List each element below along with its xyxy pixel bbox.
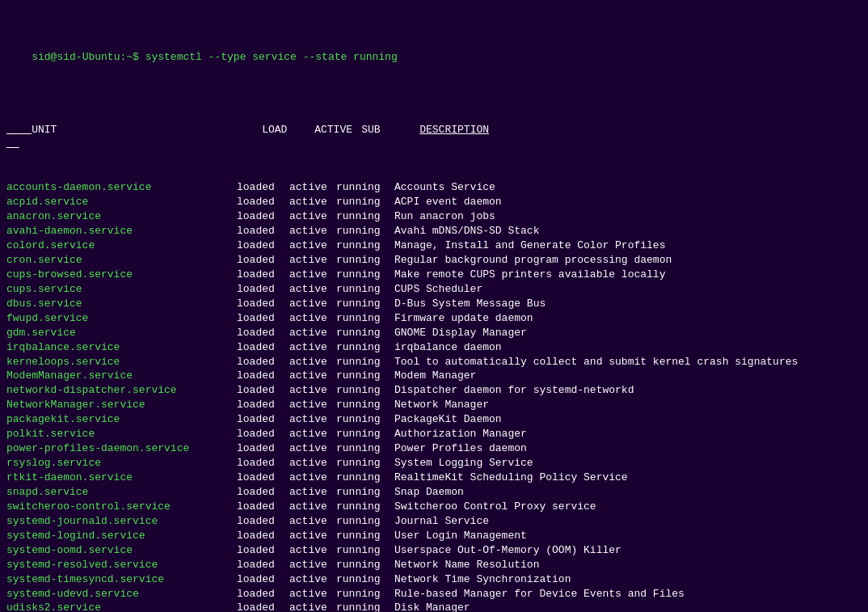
- service-load: loaded: [237, 297, 289, 311]
- service-row: systemd-timesyncd.serviceloadedactiverun…: [6, 572, 862, 587]
- service-active: active: [289, 471, 336, 485]
- service-sub: running: [336, 195, 394, 209]
- service-load: loaded: [237, 326, 289, 340]
- service-row: packagekit.serviceloadedactiverunningPac…: [6, 412, 862, 427]
- service-desc: irqbalance daemon: [394, 341, 502, 353]
- service-active: active: [289, 238, 336, 253]
- service-active: active: [289, 427, 336, 441]
- service-desc: ACPI event daemon: [394, 196, 502, 208]
- service-unit: cron.service: [6, 253, 237, 268]
- service-row: accounts-daemon.serviceloadedactiverunni…: [6, 180, 862, 195]
- service-load: loaded: [237, 355, 289, 369]
- service-sub: running: [336, 180, 394, 195]
- service-unit: kerneloops.service: [6, 355, 237, 369]
- service-load: loaded: [237, 238, 289, 253]
- service-sub: running: [336, 383, 394, 398]
- service-active: active: [289, 253, 336, 268]
- service-active: active: [289, 369, 336, 383]
- service-active: active: [289, 500, 336, 514]
- header-description: DESCRIPTION: [419, 124, 489, 136]
- service-row: dbus.serviceloadedactiverunningD-Bus Sys…: [6, 297, 862, 311]
- service-row: udisks2.serviceloadedactiverunningDisk M…: [6, 601, 862, 612]
- service-unit: NetworkManager.service: [6, 398, 237, 412]
- service-load: loaded: [237, 427, 289, 441]
- service-sub: running: [336, 558, 394, 572]
- service-sub: running: [336, 253, 394, 268]
- service-row: switcheroo-control.serviceloadedactiveru…: [6, 500, 862, 514]
- service-row: avahi-daemon.serviceloadedactiverunningA…: [6, 224, 862, 238]
- service-row: cron.serviceloadedactiverunningRegular b…: [6, 253, 862, 268]
- service-load: loaded: [237, 500, 289, 514]
- service-desc: Authorization Manager: [394, 428, 527, 440]
- service-row: power-profiles-daemon.serviceloadedactiv…: [6, 441, 862, 456]
- service-desc: Accounts Service: [394, 181, 495, 193]
- service-load: loaded: [237, 514, 289, 529]
- service-desc: Switcheroo Control Proxy service: [394, 500, 596, 513]
- service-sub: running: [336, 297, 394, 311]
- header-row: UNITLOADACTIVESUBDESCRIPTION: [6, 108, 862, 152]
- service-sub: running: [336, 587, 394, 601]
- service-sub: running: [336, 572, 394, 587]
- service-load: loaded: [237, 209, 289, 224]
- service-unit: systemd-journald.service: [6, 514, 237, 529]
- service-desc: Snap Daemon: [394, 486, 464, 498]
- service-sub: running: [336, 412, 394, 427]
- service-load: loaded: [237, 601, 289, 612]
- service-load: loaded: [237, 456, 289, 471]
- service-active: active: [289, 601, 336, 612]
- service-load: loaded: [237, 268, 289, 282]
- service-desc: User Login Management: [394, 530, 527, 542]
- service-sub: running: [336, 441, 394, 456]
- service-row: kerneloops.serviceloadedactiverunningToo…: [6, 355, 862, 369]
- service-active: active: [289, 441, 336, 456]
- service-unit: systemd-udevd.service: [6, 587, 237, 601]
- service-desc: GNOME Display Manager: [394, 327, 527, 339]
- service-sub: running: [336, 543, 394, 558]
- service-active: active: [289, 412, 336, 427]
- service-active: active: [289, 340, 336, 355]
- service-load: loaded: [237, 558, 289, 572]
- service-table: accounts-daemon.serviceloadedactiverunni…: [6, 180, 862, 612]
- prompt-line-1: sid@sid-Ubuntu:~$ systemctl --type servi…: [6, 36, 862, 79]
- service-active: active: [289, 195, 336, 209]
- service-unit: rsyslog.service: [6, 456, 237, 471]
- service-unit: switcheroo-control.service: [6, 500, 237, 514]
- service-row: fwupd.serviceloadedactiverunningFirmware…: [6, 311, 862, 326]
- service-desc: Disk Manager: [394, 601, 470, 612]
- service-load: loaded: [237, 253, 289, 268]
- service-row: colord.serviceloadedactiverunningManage,…: [6, 238, 862, 253]
- service-unit: dbus.service: [6, 297, 237, 311]
- service-row: anacron.serviceloadedactiverunningRun an…: [6, 209, 862, 224]
- service-sub: running: [336, 485, 394, 500]
- service-desc: Firmware update daemon: [394, 312, 533, 324]
- service-active: active: [289, 587, 336, 601]
- service-unit: anacron.service: [6, 209, 237, 224]
- service-row: ModemManager.serviceloadedactiverunningM…: [6, 369, 862, 383]
- service-row: systemd-udevd.serviceloadedactiverunning…: [6, 587, 862, 601]
- service-sub: running: [336, 427, 394, 441]
- service-sub: running: [336, 311, 394, 326]
- service-desc: Manage, Install and Generate Color Profi…: [394, 239, 665, 251]
- service-unit: irqbalance.service: [6, 340, 237, 355]
- service-unit: polkit.service: [6, 427, 237, 441]
- service-sub: running: [336, 209, 394, 224]
- service-sub: running: [336, 456, 394, 471]
- service-unit: systemd-oomd.service: [6, 543, 237, 558]
- service-desc: Journal Service: [394, 515, 489, 527]
- service-load: loaded: [237, 587, 289, 601]
- service-load: loaded: [237, 412, 289, 427]
- service-load: loaded: [237, 441, 289, 456]
- service-load: loaded: [237, 224, 289, 238]
- service-unit: accounts-daemon.service: [6, 180, 237, 195]
- service-active: active: [289, 355, 336, 369]
- service-active: active: [289, 282, 336, 297]
- service-row: networkd-dispatcher.serviceloadedactiver…: [6, 383, 862, 398]
- service-desc: CUPS Scheduler: [394, 283, 482, 295]
- service-unit: fwupd.service: [6, 311, 237, 326]
- service-unit: systemd-timesyncd.service: [6, 572, 237, 587]
- service-active: active: [289, 398, 336, 412]
- service-row: systemd-logind.serviceloadedactiverunnin…: [6, 529, 862, 543]
- service-row: snapd.serviceloadedactiverunningSnap Dae…: [6, 485, 862, 500]
- service-load: loaded: [237, 195, 289, 209]
- service-unit: power-profiles-daemon.service: [6, 441, 237, 456]
